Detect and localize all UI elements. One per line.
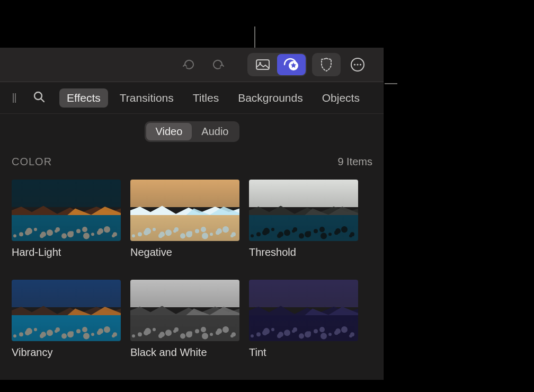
svg-point-113	[201, 327, 206, 332]
effect-card[interactable]: Hard-Light	[12, 180, 121, 259]
svg-point-115	[210, 333, 213, 336]
svg-point-96	[104, 326, 110, 333]
effect-card[interactable]: Threshold	[249, 180, 358, 259]
effect-card[interactable]: Tint	[249, 280, 358, 359]
category-tab-backgrounds[interactable]: Backgrounds	[230, 88, 310, 108]
panel-right-edge	[384, 48, 385, 380]
effect-label: Negative	[130, 246, 239, 259]
svg-point-135	[319, 327, 325, 332]
svg-point-27	[91, 233, 94, 236]
effect-card[interactable]: Negative	[130, 180, 239, 259]
svg-point-62	[284, 229, 290, 236]
svg-point-133	[308, 331, 311, 334]
svg-point-142	[350, 332, 354, 336]
svg-point-131	[299, 333, 304, 338]
svg-point-78	[19, 332, 23, 336]
shield-dotted-icon	[319, 57, 333, 72]
svg-point-83	[41, 332, 46, 337]
svg-point-64	[293, 227, 297, 231]
svg-point-69	[319, 227, 325, 232]
svg-point-20	[56, 227, 60, 231]
redo-button[interactable]	[206, 53, 229, 76]
svg-point-136	[321, 333, 327, 339]
effects-star-icon	[283, 58, 299, 72]
svg-point-102	[145, 328, 151, 334]
svg-point-74	[341, 226, 348, 233]
search-button[interactable]	[33, 91, 46, 105]
subtab-audio[interactable]: Audio	[192, 123, 238, 140]
effect-card[interactable]: Vibrancy	[12, 280, 121, 359]
svg-point-81	[34, 328, 37, 331]
svg-point-32	[113, 232, 117, 236]
svg-point-39	[159, 231, 165, 237]
svg-point-58	[263, 228, 270, 234]
svg-point-17	[41, 231, 46, 237]
svg-point-52	[222, 226, 229, 233]
effects-browser-button[interactable]	[277, 54, 306, 75]
svg-point-112	[195, 329, 199, 333]
svg-point-45	[189, 231, 192, 234]
svg-point-68	[314, 229, 318, 233]
category-tab-objects[interactable]: Objects	[315, 88, 367, 108]
effect-thumbnail	[130, 280, 239, 341]
svg-point-86	[56, 327, 60, 332]
category-tab-titles[interactable]: Titles	[185, 88, 226, 108]
mask-button[interactable]	[313, 54, 340, 75]
svg-point-89	[70, 331, 74, 334]
svg-point-90	[76, 329, 81, 333]
svg-point-140	[341, 326, 348, 333]
svg-point-87	[61, 333, 67, 338]
svg-point-70	[321, 233, 327, 239]
undo-button[interactable]	[177, 53, 201, 76]
effect-label: Vibrancy	[12, 346, 121, 359]
effect-thumbnail	[249, 180, 358, 241]
svg-point-105	[159, 332, 165, 337]
svg-point-103	[153, 328, 156, 331]
svg-point-11	[13, 234, 16, 237]
svg-point-92	[83, 333, 90, 339]
sub-tab-bar: VideoAudio	[0, 114, 384, 152]
svg-point-100	[138, 332, 142, 336]
video-audio-segment: VideoAudio	[145, 121, 240, 142]
category-tab-bar: EffectsTransitionsTitlesBackgroundsObjec…	[0, 82, 384, 113]
svg-point-80	[26, 328, 32, 334]
svg-point-111	[189, 331, 192, 334]
svg-point-128	[284, 329, 290, 336]
svg-point-95	[98, 328, 103, 334]
svg-point-91	[82, 327, 87, 332]
svg-point-29	[98, 228, 103, 234]
effect-thumbnail	[249, 280, 358, 341]
svg-point-5	[357, 64, 358, 65]
svg-point-47	[201, 227, 206, 232]
media-browser-button[interactable]	[248, 54, 277, 75]
effects-grid: Hard-LightNegativeThresholdVibrancyBlack…	[12, 180, 372, 359]
svg-point-46	[195, 229, 199, 233]
category-tab-transitions[interactable]: Transitions	[112, 88, 181, 108]
mask-button-wrap	[312, 53, 341, 76]
svg-point-42	[174, 227, 179, 231]
svg-point-40	[165, 229, 172, 236]
more-button[interactable]	[346, 53, 369, 76]
effect-card[interactable]: Black and White	[130, 280, 239, 359]
svg-line-10	[41, 99, 44, 102]
effect-thumbnail	[12, 180, 121, 241]
browser-mode-segment	[247, 53, 307, 76]
svg-point-77	[13, 334, 16, 337]
svg-point-117	[217, 328, 222, 334]
svg-point-76	[350, 232, 354, 236]
category-tab-effects[interactable]: Effects	[59, 88, 108, 108]
svg-point-122	[256, 332, 261, 336]
svg-point-130	[293, 327, 297, 332]
svg-point-14	[26, 228, 32, 234]
effect-thumbnail	[130, 180, 239, 241]
panel-drag-handle-icon[interactable]	[12, 92, 19, 104]
svg-point-118	[222, 326, 229, 333]
svg-point-49	[210, 233, 213, 236]
svg-point-51	[217, 228, 222, 234]
svg-point-36	[145, 228, 151, 234]
svg-rect-0	[256, 60, 269, 69]
svg-point-56	[256, 232, 261, 236]
svg-point-114	[202, 333, 208, 339]
svg-point-61	[278, 231, 283, 237]
subtab-video[interactable]: Video	[146, 123, 192, 140]
